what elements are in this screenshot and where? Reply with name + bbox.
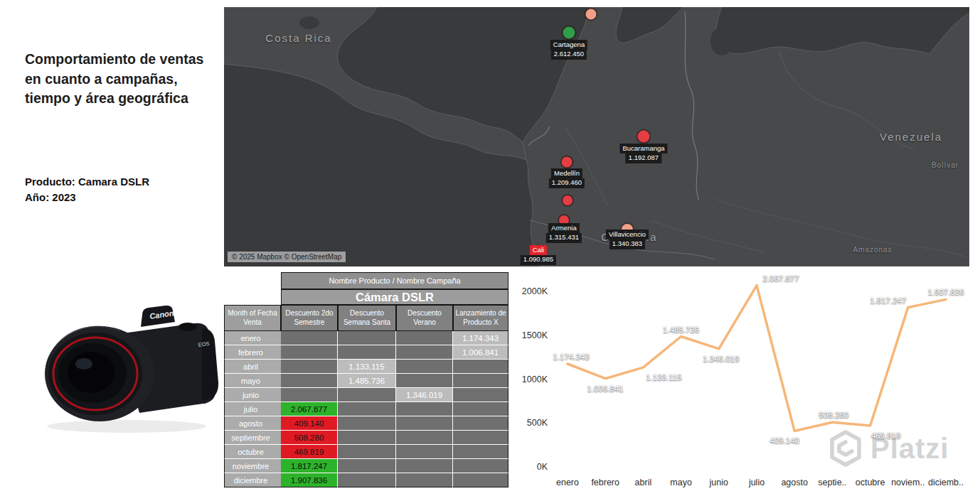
cell-febrero-lanzamiento-de-producto-x[interactable]: 1.006.841	[453, 345, 508, 360]
map-marker-layer: Costa RicaVenezuelaColombiaBolívarAmazon…	[224, 7, 969, 266]
row-label-septiembre: septiembre	[224, 431, 281, 445]
map-canvas[interactable]: Costa RicaVenezuelaColombiaBolívarAmazon…	[224, 7, 969, 266]
row-label-julio: julio	[224, 402, 281, 416]
cell-mayo-lanzamiento-de-producto-x[interactable]	[453, 374, 508, 388]
cell-enero-lanzamiento-de-producto-x[interactable]: 1.174.343	[453, 331, 508, 345]
cell-agosto-descuento-semana-santa[interactable]	[338, 416, 396, 431]
cell-abril-lanzamiento-de-producto-x[interactable]	[453, 360, 508, 374]
cell-mayo-descuento-semana-santa[interactable]: 1.485.736	[338, 374, 396, 388]
row-label-febrero: febrero	[224, 345, 281, 360]
cell-enero-descuento-semana-santa[interactable]	[338, 331, 396, 345]
cell-abril-descuento-2do-semestre[interactable]	[281, 360, 338, 374]
x-axis-label-noviem: noviem..	[891, 478, 925, 487]
cell-septiembre-descuento-2do-semestre[interactable]: 508.280	[281, 431, 338, 445]
cell-abril-descuento-verano[interactable]	[396, 360, 453, 374]
data-label-diciemb: 1.907.836	[927, 288, 964, 296]
cell-noviembre-descuento-verano[interactable]	[396, 459, 453, 473]
table-corner	[224, 272, 281, 305]
column-header-descuento-verano: Descuento Verano	[396, 305, 453, 331]
cell-octubre-descuento-verano[interactable]	[396, 445, 453, 459]
cell-diciembre-descuento-verano[interactable]	[396, 473, 453, 487]
data-label-febrero: 1.006.841	[587, 384, 624, 393]
cell-mayo-descuento-verano[interactable]	[396, 374, 453, 388]
data-label-abril: 1.133.115	[646, 373, 681, 382]
y-axis-label-0k: 0K	[512, 462, 548, 472]
table-row-dimension-header: Month of Fecha Venta	[224, 305, 281, 331]
cell-septiembre-descuento-verano[interactable]	[396, 431, 453, 445]
data-label-noviem: 1.817.247	[870, 296, 906, 305]
cell-octubre-descuento-semana-santa[interactable]	[338, 445, 396, 459]
map-region-label-costa-rica: Costa Rica	[265, 32, 331, 44]
year-label: Año: 2023	[25, 191, 76, 203]
map-region-label-bolivar: Bolívar	[932, 161, 959, 169]
cell-julio-descuento-2do-semestre[interactable]: 2.067.877	[281, 402, 338, 416]
y-axis-label-2000k: 2000K	[512, 286, 548, 296]
cell-octubre-lanzamiento-de-producto-x[interactable]	[453, 445, 508, 459]
cell-septiembre-lanzamiento-de-producto-x[interactable]	[453, 431, 508, 445]
row-label-abril: abril	[224, 360, 281, 374]
data-label-agosto: 409.140	[769, 436, 799, 445]
x-axis-label-junio: junio	[710, 478, 728, 487]
table-product-name: Cámara DSLR	[281, 289, 508, 305]
x-axis-label-agosto: agosto	[781, 478, 808, 487]
x-axis-label-abril: abril	[635, 478, 652, 487]
column-header-descuento-2do-semestre: Descuento 2do Semestre	[281, 305, 338, 331]
data-label-octubre: 469.819	[871, 431, 901, 440]
cell-junio-descuento-semana-santa[interactable]	[338, 388, 396, 402]
x-axis-label-octubre: octubre	[856, 478, 885, 487]
cell-julio-descuento-semana-santa[interactable]	[338, 402, 396, 416]
map-marker-label-cartagena: Cartagena2.612.450	[550, 40, 587, 60]
map-marker[interactable]	[562, 195, 573, 206]
row-label-junio: junio	[224, 388, 281, 402]
cell-junio-descuento-verano[interactable]: 1.346.019	[396, 388, 453, 402]
platzi-logo-icon	[829, 430, 862, 467]
x-axis-label-julio: julio	[749, 478, 765, 487]
column-header-descuento-semana-santa: Descuento Semana Santa	[338, 305, 396, 331]
cell-agosto-descuento-verano[interactable]	[396, 416, 453, 431]
cell-junio-descuento-2do-semestre[interactable]	[281, 388, 338, 402]
cell-octubre-descuento-2do-semestre[interactable]: 469.819	[281, 445, 338, 459]
row-label-octubre: octubre	[224, 445, 281, 459]
cell-mayo-descuento-2do-semestre[interactable]	[281, 374, 338, 388]
data-label-julio: 2.067.877	[762, 274, 799, 283]
cell-abril-descuento-semana-santa[interactable]: 1.133.115	[338, 360, 396, 374]
map-region-label-venezuela: Venezuela	[880, 131, 942, 143]
map-marker-label-armenia: Armenia1.315.431	[546, 223, 582, 243]
sales-line[interactable]	[568, 286, 946, 431]
cell-noviembre-descuento-semana-santa[interactable]	[338, 459, 396, 473]
cell-julio-lanzamiento-de-producto-x[interactable]	[453, 402, 508, 416]
x-axis-label-enero: enero	[556, 478, 579, 487]
cell-febrero-descuento-semana-santa[interactable]	[338, 345, 396, 360]
cell-enero-descuento-verano[interactable]	[396, 331, 453, 345]
cell-agosto-descuento-2do-semestre[interactable]: 409.140	[281, 416, 338, 431]
cell-enero-descuento-2do-semestre[interactable]	[281, 331, 338, 345]
table-product-campaign-header: Nombre Producto / Nombre Campaña	[281, 272, 508, 289]
row-label-agosto: agosto	[224, 416, 281, 431]
product-label: Producto: Camara DSLR	[25, 176, 149, 188]
y-axis-label-1000k: 1000K	[512, 374, 548, 384]
map-marker[interactable]	[585, 9, 597, 21]
data-label-junio: 1.346.019	[703, 355, 739, 363]
cell-agosto-lanzamiento-de-producto-x[interactable]	[453, 416, 508, 431]
cell-diciembre-lanzamiento-de-producto-x[interactable]	[453, 473, 508, 487]
map-marker-label-cali: Cali1.090.985	[521, 245, 556, 265]
cell-septiembre-descuento-semana-santa[interactable]	[338, 431, 396, 445]
map-marker-label-medellin: Medellín1.209.460	[549, 168, 585, 188]
cell-noviembre-descuento-2do-semestre[interactable]: 1.817.247	[281, 459, 338, 473]
column-header-lanzamiento-de-producto-x: Lanzamiento de Producto X	[453, 305, 508, 331]
map-marker-cartagena[interactable]	[563, 26, 576, 40]
cell-junio-lanzamiento-de-producto-x[interactable]	[453, 388, 508, 402]
x-axis-label-diciemb: diciemb..	[928, 478, 964, 487]
cell-diciembre-descuento-semana-santa[interactable]	[338, 473, 396, 487]
map-attribution[interactable]: © 2025 Mapbox © OpenStreetMap	[228, 252, 346, 262]
cell-febrero-descuento-2do-semestre[interactable]	[281, 345, 338, 360]
map-marker-medellin[interactable]	[561, 156, 573, 168]
left-panel: Comportamiento de ventas en cuanto a cam…	[0, 0, 224, 496]
row-label-diciembre: diciembre	[224, 473, 281, 487]
cell-diciembre-descuento-2do-semestre[interactable]: 1.907.836	[281, 473, 338, 487]
cell-febrero-descuento-verano[interactable]	[396, 345, 453, 360]
map-marker-bucaramanga[interactable]	[637, 130, 651, 144]
cell-julio-descuento-verano[interactable]	[396, 402, 453, 416]
cell-noviembre-lanzamiento-de-producto-x[interactable]	[453, 459, 508, 473]
data-label-enero: 1.174.343	[553, 352, 589, 361]
